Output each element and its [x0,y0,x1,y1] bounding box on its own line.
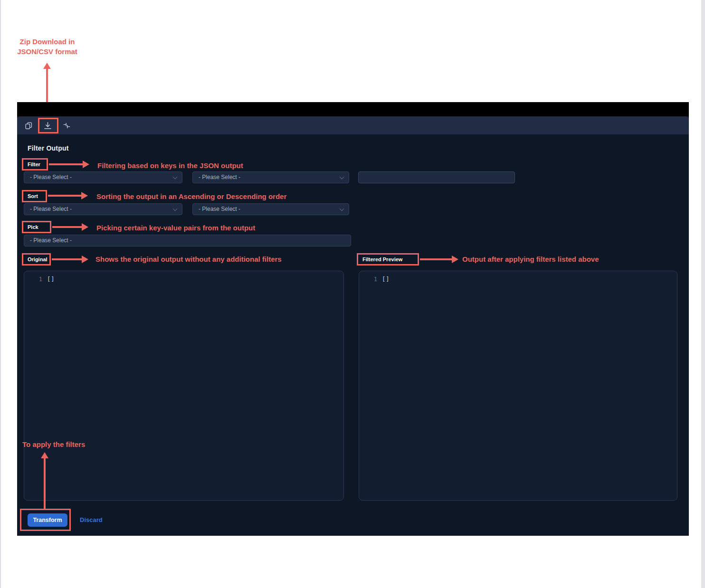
code-content: [] [377,276,390,283]
filter-key-select-value: - Please Select - [30,174,72,180]
original-callout-arrowhead [82,256,88,263]
sort-key-select[interactable]: - Please Select - [24,203,182,215]
line-number: 1 [359,276,377,283]
editor-toolbar [17,116,689,134]
chevron-down-icon [173,175,178,180]
filtered-preview-code-editor[interactable]: 1 [] [359,271,677,501]
filter-value-input[interactable] [358,171,515,183]
sort-key-select-value: - Please Select - [30,206,72,212]
copy-icon[interactable] [24,121,33,130]
transform-button[interactable]: Transform [28,513,67,527]
pick-label: Pick [23,222,50,232]
filtered-callout-arrowhead [452,256,458,263]
code-content: [] [42,276,55,283]
filter-operator-select-value: - Please Select - [199,174,240,180]
pick-keys-select-value: - Please Select - [30,237,72,244]
filtered-callout-text: Output after applying filters listed abo… [462,254,599,264]
pick-keys-select[interactable]: - Please Select - [24,235,351,247]
pick-callout-arrowhead [82,223,88,231]
code-line: 1 [] [24,271,343,283]
sort-label-box: Sort [22,190,47,202]
chevron-down-icon [340,207,344,211]
pick-label-box: Pick [22,221,51,233]
original-code-editor[interactable]: 1 [] [24,271,344,501]
filter-callout-arrowhead [83,161,89,168]
zip-download-highlight-box [38,118,58,133]
filtered-preview-label: Filtered Preview [358,255,418,264]
annotated-screenshot-canvas: Zip Download in JSON/CSV format [0,0,705,588]
page-scrollbar-track[interactable] [701,0,705,588]
sort-callout-arrowhead [81,192,88,199]
original-label: Original [23,255,49,264]
zip-callout-line1: Zip Download in [20,38,75,46]
filter-label-box: Filter [22,158,48,171]
sort-order-select-value: - Please Select - [199,206,240,212]
filtered-callout-arrow-line [420,258,452,260]
sort-callout-arrow-line [48,195,82,197]
discard-link[interactable]: Discard [80,516,103,523]
page-title: Filter Output [28,144,69,152]
filter-operator-select[interactable]: - Please Select - [192,171,349,183]
filter-key-select[interactable]: - Please Select - [24,171,182,183]
chevron-down-icon [340,175,344,180]
code-line: 1 [] [359,271,677,283]
filter-callout-text: Filtering based on keys in the JSON outp… [97,161,243,171]
collapse-icon[interactable] [62,121,71,130]
chevron-down-icon [173,207,178,211]
original-callout-text: Shows the original output without any ad… [95,254,282,264]
filter-callout-arrow-line [49,163,83,165]
apply-callout-text: To apply the filters [22,439,85,449]
filter-label: Filter [23,160,47,169]
pick-callout-text: Picking certain key-value pairs from the… [96,223,255,233]
original-callout-arrow-line [52,258,82,260]
sort-order-select[interactable]: - Please Select - [192,203,349,215]
filtered-preview-label-box: Filtered Preview [357,253,419,266]
pick-callout-arrow-line [52,226,82,228]
original-label-box: Original [22,253,51,266]
sort-callout-text: Sorting the output in an Ascending or De… [96,191,286,201]
apply-callout-arrow-line [44,458,46,509]
line-number: 1 [24,276,42,283]
window-top-bar [17,102,689,116]
sort-label: Sort [23,191,46,201]
zip-callout-line2: JSON/CSV format [17,47,77,56]
zip-download-callout-text: Zip Download in JSON/CSV format [6,37,89,57]
